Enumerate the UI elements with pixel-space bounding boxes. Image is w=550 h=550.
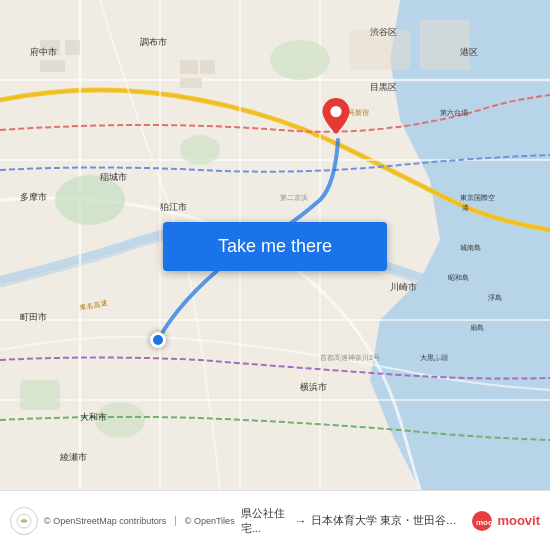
- svg-rect-21: [180, 78, 202, 88]
- svg-text:府中市: 府中市: [30, 47, 57, 57]
- separator: |: [174, 515, 177, 526]
- bottom-bar: © OpenStreetMap contributors | © OpenTil…: [0, 490, 550, 550]
- svg-text:浮島: 浮島: [488, 294, 502, 301]
- svg-text:稲城市: 稲城市: [100, 172, 127, 182]
- svg-rect-14: [20, 380, 60, 410]
- map-container: 府中市 調布市 渋谷区 港区 目黒区 多摩市 稲城市 狛江市 川崎市 横浜市 町…: [0, 0, 550, 490]
- svg-text:川崎市: 川崎市: [390, 282, 417, 292]
- svg-text:昭和島: 昭和島: [448, 274, 469, 281]
- svg-text:首都高速神奈川2号: 首都高速神奈川2号: [320, 354, 380, 361]
- svg-text:目黒区: 目黒区: [370, 82, 397, 92]
- svg-text:第六台場: 第六台場: [440, 109, 468, 117]
- svg-point-12: [180, 135, 220, 165]
- svg-text:moo: moo: [476, 518, 493, 527]
- svg-text:港: 港: [462, 204, 469, 211]
- attribution-text: © OpenStreetMap contributors: [44, 516, 166, 526]
- svg-text:第二京浜: 第二京浜: [280, 194, 308, 202]
- svg-text:綾瀬市: 綾瀬市: [59, 452, 87, 462]
- svg-rect-20: [200, 60, 215, 74]
- svg-text:東京国際空: 東京国際空: [460, 194, 495, 201]
- svg-rect-18: [40, 60, 65, 72]
- attribution-opentiles: © OpenTiles: [185, 516, 235, 526]
- svg-text:城南島: 城南島: [459, 244, 481, 251]
- svg-rect-23: [420, 20, 470, 70]
- moovit-logo: moo moovit: [471, 510, 540, 532]
- svg-point-13: [270, 40, 330, 80]
- svg-point-11: [55, 175, 125, 225]
- svg-text:狛江市: 狛江市: [160, 202, 187, 212]
- svg-text:大黒ふ頭: 大黒ふ頭: [420, 354, 448, 362]
- origin-label: 県公社住宅...: [241, 506, 291, 536]
- svg-text:調布市: 調布市: [140, 37, 167, 47]
- route-info: 県公社住宅... → 日本体育大学 東京・世田谷キャンパ...: [241, 506, 458, 536]
- svg-text:渋谷区: 渋谷区: [370, 27, 397, 37]
- destination-label: 日本体育大学 東京・世田谷キャンパ...: [311, 513, 458, 528]
- svg-text:横浜市: 横浜市: [300, 382, 327, 392]
- origin-marker: [150, 332, 166, 348]
- take-me-there-button[interactable]: Take me there: [163, 222, 387, 271]
- destination-marker: [322, 98, 350, 138]
- osm-logo: [10, 507, 38, 535]
- svg-point-50: [330, 106, 341, 117]
- svg-text:多摩市: 多摩市: [20, 192, 47, 202]
- svg-text:町田市: 町田市: [20, 312, 47, 322]
- moovit-brand-text: moovit: [497, 513, 540, 528]
- arrow-icon: →: [295, 514, 307, 528]
- svg-rect-17: [65, 40, 80, 55]
- svg-text:港区: 港区: [460, 47, 478, 57]
- svg-text:扇島: 扇島: [470, 324, 484, 331]
- svg-text:大和市: 大和市: [80, 412, 107, 422]
- svg-rect-19: [180, 60, 198, 74]
